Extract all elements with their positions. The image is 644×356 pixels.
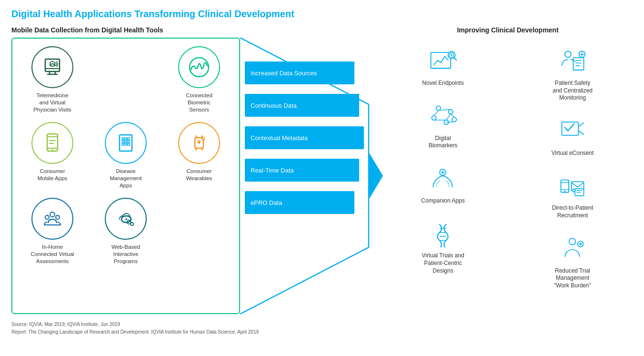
svg-point-50 [564,191,565,192]
list-item: Patient Safetyand CentralizedMonitoring [539,47,606,102]
list-item: Reduced TrialManagement"Work Burden" [539,235,606,290]
reduced-trial-label: Reduced TrialManagement"Work Burden" [554,267,591,290]
svg-rect-47 [561,180,569,193]
list-item: Web-BasedInteractivePrograms [105,198,147,265]
biometric-icon [178,46,220,88]
svg-point-31 [452,117,456,122]
webbased-icon [105,198,147,240]
inhome-label: In-HomeConnected VirtualAssessments [30,244,74,265]
icon-grid: Telemedicineand VirtualPhysician Visits … [18,46,233,264]
novel-endpoints-label: Novel Endpoints [422,80,463,87]
biometric-label: ConnectedBiometricSensors [186,92,212,113]
mobile-apps-icon [31,122,73,164]
telemedicine-label: Telemedicineand VirtualPhysician Visits [33,92,71,113]
virtual-trials-icon [426,220,460,248]
svg-marker-23 [369,152,383,200]
companion-apps-label: Companion Apps [421,197,464,205]
right-panel-title: Improving Clinical Development [383,26,633,34]
svg-rect-10 [125,141,127,142]
virtual-econsent-icon [556,117,589,146]
svg-rect-11 [128,141,130,142]
wearables-icon [178,122,220,164]
footer: Source: IQVIA, Mar 2019; IQVIA Institute… [11,321,633,336]
list-item: Virtual eConsent [539,117,606,157]
data-bar: Continuous Data [245,94,359,117]
disease-mgmt-label: DiseaseManagementApps [110,168,141,189]
left-panel-title: Mobile Data Collection from Digital Heal… [11,26,240,34]
svg-point-29 [432,116,436,120]
virtual-trials-label: Virtual Trials andPatient-CentricDesigns [422,252,464,275]
data-bar: Increased Data Sources [245,61,354,84]
patient-safety-label: Patient Safetyand CentralizedMonitoring [553,80,593,102]
list-item: ConnectedBiometricSensors [178,46,220,113]
digital-biomarkers-label: DigitalBiomarkers [429,135,458,150]
digital-biomarkers-icon [426,102,460,131]
disease-mgmt-icon [105,122,147,164]
svg-point-18 [45,215,49,219]
list-item: Companion Apps [410,165,476,205]
data-bar: Contextual Metadata [245,126,364,149]
svg-line-35 [451,114,454,117]
direct-to-patient-label: Direct-to-PatientRecruitment [552,204,594,219]
list-item: Novel Endpoints [410,47,476,87]
svg-point-4 [52,149,53,151]
right-col-2: Patient Safetyand CentralizedMonitoring … [513,38,633,314]
right-col-1: Novel Endpoints [383,38,503,314]
main-title: Digital Health Applications Transforming… [11,9,633,20]
svg-rect-9 [122,141,124,142]
companion-apps-icon [426,165,460,193]
list-item: In-HomeConnected VirtualAssessments [30,198,74,265]
reduced-trial-icon [556,235,589,264]
list-item: Telemedicineand VirtualPhysician Visits [31,46,73,113]
wearables-label: ConsumerWearables [186,168,212,182]
svg-rect-8 [128,138,130,140]
list-item: DigitalBiomarkers [410,102,476,150]
svg-rect-12 [122,143,124,145]
left-box: Telemedicineand VirtualPhysician Visits … [11,38,240,314]
footer-line2: Report: The Changing Landscape of Resear… [11,328,633,336]
svg-line-33 [434,111,438,116]
svg-rect-7 [125,138,127,140]
svg-rect-14 [128,143,130,145]
svg-line-37 [446,122,454,122]
svg-point-27 [436,106,441,110]
telemedicine-icon [31,46,73,88]
svg-point-17 [50,212,55,217]
data-bars-list: Increased Data Sources Continuous Data C… [245,61,364,214]
list-item: Virtual Trials andPatient-CentricDesigns [410,220,476,275]
svg-point-54 [569,238,576,245]
list-item: Direct-to-PatientRecruitment [539,172,606,219]
virtual-econsent-label: Virtual eConsent [552,150,594,157]
svg-rect-6 [122,138,124,140]
list-item: ConsumerWearables [178,122,220,189]
svg-point-22 [131,223,133,225]
list-item: DiseaseManagementApps [105,122,147,189]
mobile-apps-label: ConsumerMobile Apps [38,168,68,182]
right-columns: Novel Endpoints [383,38,633,314]
svg-line-34 [446,114,451,120]
data-bar: ePRO Data [245,191,354,214]
novel-endpoints-icon [426,47,460,76]
list-item: ConsumerMobile Apps [31,122,73,189]
svg-rect-5 [120,135,132,151]
svg-point-28 [449,110,453,114]
inhome-icon [31,198,73,240]
webbased-label: Web-BasedInteractivePrograms [111,244,140,265]
svg-point-19 [56,215,60,219]
right-panel: Improving Clinical Development [383,26,633,314]
footer-line1: Source: IQVIA, Mar 2019; IQVIA Institute… [11,321,633,328]
svg-rect-44 [573,58,584,70]
left-panel: Mobile Data Collection from Digital Heal… [11,26,240,314]
patient-safety-icon [556,47,589,76]
direct-to-patient-icon [556,172,589,201]
middle-panel: placeholder Increased Data Sources Conti… [240,26,383,314]
svg-point-43 [565,51,571,57]
data-bar: Real-Time Data [245,159,359,182]
svg-rect-13 [125,143,127,145]
